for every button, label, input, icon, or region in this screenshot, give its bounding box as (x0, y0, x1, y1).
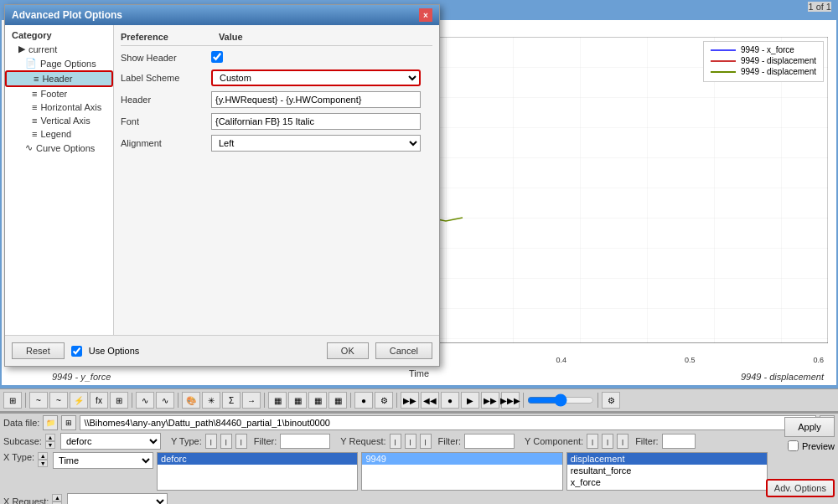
advanced-plot-options-dialog: Advanced Plot Options × Category ▶ curre… (4, 4, 440, 367)
category-item-footer[interactable]: ≡ Footer (5, 87, 113, 100)
ok-button[interactable]: OK (327, 342, 369, 359)
category-item-page-options[interactable]: 📄 Page Options (5, 56, 113, 70)
y-req-icon-1[interactable]: | (390, 434, 401, 449)
category-item-current[interactable]: ▶ current (5, 42, 113, 56)
y-type-icon-3[interactable]: | (235, 434, 247, 449)
toolbar-btn-play1[interactable]: ▶▶ (401, 392, 419, 409)
toolbar-slider[interactable] (527, 394, 594, 406)
y-comp-filter-input[interactable] (662, 434, 696, 449)
cancel-button[interactable]: Cancel (375, 342, 432, 359)
category-item-curve-options[interactable]: ∿ Curve Options (5, 141, 113, 155)
category-item-vertical-axis[interactable]: ≡ Vertical Axis (5, 114, 113, 127)
toolbar-btn-8[interactable]: ∿ (156, 392, 174, 409)
category-label-curve-options: Curve Options (36, 143, 95, 153)
toolbar-btn-gear[interactable]: ⚙ (602, 392, 620, 409)
category-item-horizontal-axis[interactable]: ≡ Horizontal Axis (5, 100, 113, 114)
subcase-spinner-up[interactable]: ▲ (45, 434, 55, 441)
toolbar-btn-sum[interactable]: Σ (222, 392, 241, 409)
y-req-icon-3[interactable]: | (420, 434, 432, 449)
toolbar-btn-5[interactable]: fx (90, 392, 108, 409)
legend-label-displacement-red: 9949 - displacement (741, 56, 816, 65)
y-req-filter-input[interactable] (464, 434, 515, 449)
toolbar-btn-circle[interactable]: ● (354, 392, 373, 409)
toolbar-btn-grid2[interactable]: ▦ (288, 392, 307, 409)
toolbar-btn-2[interactable]: ~ (29, 392, 48, 409)
reset-button[interactable]: Reset (12, 342, 65, 359)
x-type-select[interactable]: Time (53, 452, 153, 469)
use-options-checkbox[interactable] (71, 346, 82, 357)
y-filter-input[interactable] (280, 434, 330, 449)
request-list[interactable]: 9949 (361, 452, 562, 491)
lists-row: X Type: ▲ ▼ Time deforc 9949 displacemen… (0, 450, 838, 492)
show-header-checkbox[interactable] (211, 51, 223, 63)
deforc-list-item[interactable]: deforc (158, 453, 357, 465)
x-type-label: X Type: (3, 452, 34, 462)
toolbar-btn-4[interactable]: ⚡ (70, 392, 88, 409)
font-input[interactable] (211, 113, 421, 130)
x-request-select[interactable] (67, 493, 168, 504)
component-list-item-0[interactable]: displacement (567, 453, 767, 465)
toolbar-btn-play3[interactable]: ● (441, 392, 459, 409)
x-type-spinner-up[interactable]: ▲ (38, 452, 48, 460)
x-req-spinner[interactable]: ▲ ▼ (52, 494, 62, 504)
toolbar-btn-play6[interactable]: ▶▶▶ (501, 392, 520, 409)
toolbar-btn-grid3[interactable]: ▦ (308, 392, 327, 409)
y-comp-icon-3[interactable]: | (617, 434, 628, 449)
category-label-vertical-axis: Vertical Axis (40, 116, 90, 126)
toolbar-btn-play5[interactable]: ▶▶ (481, 392, 499, 409)
subcase-select[interactable]: deforc (60, 433, 161, 450)
alignment-select[interactable]: Left Center Right (211, 135, 421, 152)
data-file-input[interactable] (80, 415, 816, 430)
toolbar-sep-3 (178, 393, 178, 408)
preview-checkbox[interactable] (788, 440, 799, 451)
data-file-icon-btn[interactable]: ⊞ (61, 415, 76, 430)
label-scheme-select[interactable]: Custom Default (211, 69, 421, 86)
toolbar-btn-6[interactable]: ⊞ (110, 392, 128, 409)
app-background: 1 of 1 9949 - displacement 0 -2.5 -5 -7.… (0, 0, 838, 504)
footer-right: OK Cancel (327, 342, 432, 359)
subcase-row: Subcase: ▲ ▼ deforc Y Type: | | | Filter… (0, 432, 838, 450)
toolbar-btn-grid4[interactable]: ▦ (328, 392, 347, 409)
deforc-list[interactable]: deforc (157, 452, 358, 491)
subcase-spinner[interactable]: ▲ ▼ (45, 434, 55, 449)
category-label-legend: Legend (40, 129, 71, 139)
toolbar-btn-settings[interactable]: ⚙ (375, 392, 393, 409)
category-label-page-options: Page Options (40, 59, 96, 69)
toolbar-btn-play4[interactable]: ▶ (461, 392, 479, 409)
x-type-spinner[interactable]: ▲ ▼ (38, 452, 48, 467)
header-text-input[interactable] (211, 91, 421, 108)
toolbar-btn-7[interactable]: ∿ (136, 392, 154, 409)
y-request-label: Y Request: (340, 436, 385, 446)
toolbar-btn-3[interactable]: ~ (49, 392, 68, 409)
alignment-row: Alignment Left Center Right (121, 135, 432, 152)
legend-label-x-force: 9949 - x_force (741, 45, 794, 54)
component-list[interactable]: displacement resultant_force x_force (566, 452, 768, 491)
x-req-spinner-up[interactable]: ▲ (52, 494, 62, 501)
category-item-legend[interactable]: ≡ Legend (5, 127, 113, 141)
component-list-item-1[interactable]: resultant_force (567, 465, 767, 476)
component-list-item-2[interactable]: x_force (567, 476, 767, 488)
y-type-icon-2[interactable]: | (220, 434, 232, 449)
subcase-spinner-down[interactable]: ▼ (45, 441, 55, 449)
toolbar-btn-play2[interactable]: ◀◀ (421, 392, 439, 409)
x-type-spinner-down[interactable]: ▼ (38, 460, 48, 467)
toolbar-btn-grid1[interactable]: ▦ (268, 392, 287, 409)
y-req-icon-2[interactable]: | (405, 434, 416, 449)
use-options-label: Use Options (89, 346, 140, 356)
data-file-browse-btn[interactable]: 📁 (43, 415, 58, 430)
toolbar-btn-color[interactable]: 🎨 (182, 392, 200, 409)
y-comp-icon-2[interactable]: | (602, 434, 613, 449)
adv-options-button[interactable]: Adv. Options (766, 479, 835, 497)
apply-button[interactable]: Apply (784, 417, 835, 437)
y-type-icon-1[interactable]: | (205, 434, 217, 449)
dialog-close-button[interactable]: × (419, 8, 432, 22)
toolbar-btn-1[interactable]: ⊞ (3, 392, 22, 409)
horizontal-axis-icon: ≡ (32, 102, 37, 112)
category-item-header[interactable]: ≡ Header (5, 70, 113, 87)
header-icon: ≡ (34, 74, 39, 84)
request-list-item[interactable]: 9949 (362, 453, 561, 465)
y-comp-icon-1[interactable]: | (587, 434, 598, 449)
toolbar-btn-prop[interactable]: ✳ (202, 392, 220, 409)
header-text-row: Header (121, 91, 432, 108)
toolbar-btn-arrow[interactable]: → (242, 392, 261, 409)
